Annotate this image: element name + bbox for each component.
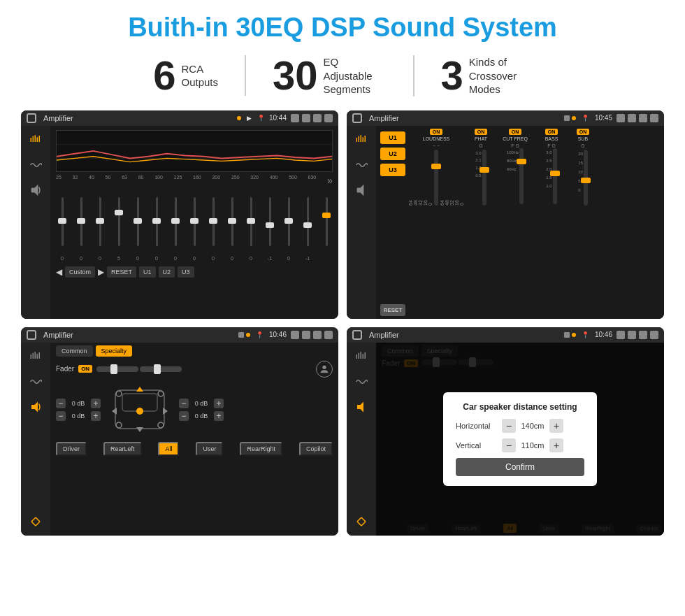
phat-slider[interactable] bbox=[482, 150, 486, 206]
eq-slider-5[interactable] bbox=[150, 190, 163, 253]
bars-icon-4 bbox=[564, 332, 570, 338]
fader-slider-1[interactable] bbox=[96, 366, 138, 372]
sub-slider[interactable] bbox=[584, 150, 588, 206]
vol-icon-3 bbox=[302, 331, 310, 339]
vol-fr-minus[interactable]: − bbox=[179, 399, 189, 408]
preset-u1[interactable]: U1 bbox=[380, 131, 405, 144]
rearleft-btn[interactable]: RearLeft bbox=[103, 442, 142, 456]
eq-u1-btn[interactable]: U1 bbox=[139, 266, 156, 278]
camera-icon-2 bbox=[616, 114, 625, 122]
eq-custom-btn[interactable]: Custom bbox=[65, 266, 95, 278]
screen2-title: Amplifier bbox=[369, 114, 560, 122]
eq-slider-2[interactable] bbox=[94, 190, 106, 253]
vol-fr-plus[interactable]: + bbox=[214, 399, 224, 408]
eq-slider-3[interactable] bbox=[113, 190, 125, 253]
eq-slider-10[interactable] bbox=[245, 190, 257, 253]
svg-marker-31 bbox=[136, 427, 143, 432]
crossover-reset-btn[interactable]: RESET bbox=[380, 304, 405, 316]
loudness-scale2: 644832160 bbox=[440, 150, 464, 206]
sidebar-wave-icon-4[interactable] bbox=[353, 373, 370, 390]
svg-rect-14 bbox=[365, 136, 366, 142]
eq-slider-11[interactable] bbox=[264, 190, 276, 253]
eq-next-btn[interactable]: ▶ bbox=[98, 267, 104, 277]
eq-slider-6[interactable] bbox=[169, 190, 182, 253]
horizontal-minus-btn[interactable]: − bbox=[502, 419, 516, 433]
horizontal-plus-btn[interactable]: + bbox=[549, 419, 563, 433]
cutfreq-slider[interactable] bbox=[519, 148, 524, 204]
sidebar-speaker-icon-4[interactable] bbox=[353, 399, 370, 415]
sidebar-speaker-icon-3[interactable] bbox=[27, 399, 44, 415]
sidebar-wave-icon[interactable] bbox=[27, 157, 44, 173]
bass-slider[interactable] bbox=[553, 148, 557, 204]
preset-u2[interactable]: U2 bbox=[380, 148, 405, 160]
sidebar-speaker-icon[interactable] bbox=[27, 182, 44, 199]
tab-common[interactable]: Common bbox=[56, 345, 93, 357]
eq-slider-4[interactable] bbox=[131, 190, 144, 253]
eq-content: 25 32 40 50 63 80 100 125 160 200 250 32… bbox=[50, 126, 338, 319]
phat-toggle[interactable]: ON bbox=[475, 129, 488, 135]
val-4: 0 bbox=[131, 256, 144, 261]
user-btn[interactable]: User bbox=[196, 442, 223, 456]
sub-toggle[interactable]: ON bbox=[577, 129, 590, 135]
vol-icon bbox=[302, 114, 310, 122]
phat-scale: 3.02.11.30.5 bbox=[475, 150, 481, 206]
stat-eq: 30 EQ AdjustableSegments bbox=[246, 55, 414, 96]
home-icon[interactable] bbox=[27, 113, 36, 123]
sidebar-speaker-icon-2[interactable] bbox=[353, 182, 370, 199]
back-icon bbox=[324, 114, 333, 122]
eq-slider-0[interactable] bbox=[56, 190, 68, 253]
vol-rr-plus[interactable]: + bbox=[214, 411, 224, 421]
freq-50: 50 bbox=[106, 175, 111, 186]
home-icon-3[interactable] bbox=[27, 330, 36, 340]
vol-rr-minus[interactable]: − bbox=[179, 411, 189, 421]
sidebar-eq-icon[interactable] bbox=[27, 131, 44, 148]
screen4-title: Amplifier bbox=[369, 331, 560, 339]
rearright-btn[interactable]: RearRight bbox=[240, 442, 282, 456]
eq-slider-13[interactable] bbox=[301, 190, 314, 253]
eq-slider-1[interactable] bbox=[75, 190, 87, 253]
screen4-sidebar bbox=[347, 343, 376, 536]
eq-u2-btn[interactable]: U2 bbox=[159, 266, 175, 278]
confirm-button[interactable]: Confirm bbox=[456, 458, 584, 476]
home-icon-4[interactable] bbox=[352, 330, 362, 340]
eq-slider-12[interactable] bbox=[282, 190, 295, 253]
vertical-plus-btn[interactable]: + bbox=[549, 438, 563, 452]
screen1-statusbar: Amplifier ▶ 📍 10:44 bbox=[21, 110, 338, 126]
fader-slider-2[interactable] bbox=[140, 366, 182, 372]
all-btn[interactable]: All bbox=[158, 442, 179, 456]
sidebar-arrows-icon-4[interactable] bbox=[353, 513, 370, 530]
vol-rl-plus[interactable]: + bbox=[91, 411, 101, 421]
expand-icon[interactable]: » bbox=[327, 175, 333, 186]
svg-rect-38 bbox=[365, 352, 366, 359]
vol-rl-minus[interactable]: − bbox=[56, 411, 66, 421]
vertical-minus-btn[interactable]: − bbox=[502, 438, 516, 452]
vol-fl-minus[interactable]: − bbox=[56, 399, 66, 408]
home-icon-2[interactable] bbox=[352, 113, 362, 123]
driver-btn[interactable]: Driver bbox=[56, 442, 87, 456]
loudness-slider[interactable] bbox=[434, 150, 438, 206]
eq-slider-8[interactable] bbox=[207, 190, 219, 253]
sidebar-eq-icon-3[interactable] bbox=[27, 348, 44, 365]
eq-slider-14[interactable] bbox=[320, 190, 333, 253]
bass-toggle[interactable]: ON bbox=[545, 129, 558, 135]
sidebar-arrows-icon-3[interactable] bbox=[27, 513, 44, 530]
eq-reset-btn[interactable]: RESET bbox=[107, 266, 136, 278]
svg-rect-13 bbox=[363, 137, 364, 142]
preset-u3[interactable]: U3 bbox=[380, 164, 405, 176]
vol-fl-plus[interactable]: + bbox=[91, 399, 101, 408]
sidebar-eq-icon-2[interactable] bbox=[353, 131, 370, 148]
eq-slider-9[interactable] bbox=[226, 190, 238, 253]
sidebar-eq-icon-4[interactable] bbox=[353, 348, 370, 365]
svg-point-29 bbox=[158, 422, 164, 428]
loudness-toggle[interactable]: ON bbox=[430, 129, 443, 135]
cutfreq-toggle[interactable]: ON bbox=[509, 129, 522, 135]
sidebar-wave-icon-3[interactable] bbox=[27, 373, 44, 390]
stat-crossover-label: Kinds ofCrossover Modes bbox=[469, 55, 532, 96]
sidebar-wave-icon-2[interactable] bbox=[353, 157, 370, 173]
copilot-btn[interactable]: Copilot bbox=[299, 442, 333, 456]
eq-slider-7[interactable] bbox=[188, 190, 201, 253]
eq-prev-btn[interactable]: ◀ bbox=[56, 267, 62, 277]
tab-specialty[interactable]: Specialty bbox=[96, 345, 133, 357]
eq-u3-btn[interactable]: U3 bbox=[178, 266, 194, 278]
svg-point-27 bbox=[158, 391, 164, 396]
